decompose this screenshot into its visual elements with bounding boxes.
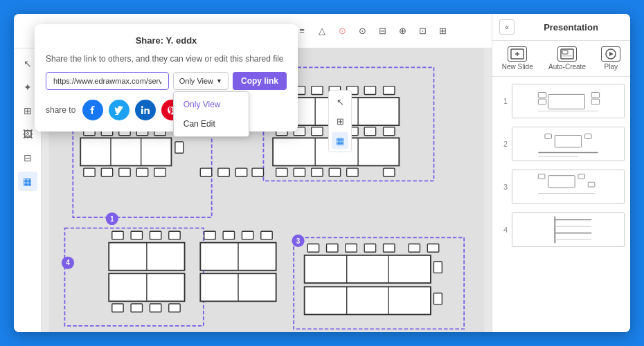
svg-rect-112 [538, 99, 546, 104]
svg-rect-56 [200, 168, 211, 176]
presentation-header: « Presentation [492, 14, 630, 41]
svg-rect-55 [384, 168, 395, 176]
svg-rect-110 [548, 94, 585, 109]
svg-rect-59 [252, 168, 263, 176]
slide-item-4[interactable]: 4 [497, 210, 626, 250]
mode-dropdown: Only View Can Edit [173, 91, 249, 137]
play-action[interactable]: Play [601, 46, 620, 71]
share-to-label: share to [46, 105, 75, 115]
svg-text:3: 3 [296, 237, 301, 245]
toolbar-fill-icon[interactable]: ⊙ [333, 22, 351, 40]
svg-rect-20 [84, 168, 95, 176]
svg-rect-113 [591, 93, 600, 98]
new-slide-action[interactable]: New Slide [502, 46, 533, 71]
svg-rect-26 [175, 142, 184, 153]
slide-thumbnail-3 [512, 170, 625, 204]
share-mode-current: Only View [179, 77, 213, 85]
svg-rect-119 [585, 134, 592, 139]
slide-thumbnail-4 [512, 212, 625, 247]
svg-rect-74 [169, 304, 180, 312]
new-slide-label: New Slide [502, 63, 533, 71]
presentation-panel: « Presentation New Slide [492, 14, 630, 332]
sidebar-present-icon[interactable]: ▦ [18, 172, 37, 191]
svg-rect-46 [384, 127, 395, 136]
share-link-input[interactable] [46, 72, 169, 90]
svg-rect-45 [364, 127, 375, 136]
svg-rect-114 [591, 99, 600, 104]
copy-link-button[interactable]: Copy link [233, 72, 287, 90]
share-mode-select: Only View ▼ Only View Can Edit [173, 72, 229, 90]
auto-create-action[interactable]: Auto-Create [548, 46, 586, 71]
svg-rect-96 [305, 286, 431, 314]
svg-rect-52 [312, 168, 323, 176]
collapse-icon[interactable]: « [499, 19, 515, 35]
svg-rect-50 [276, 168, 287, 176]
linkedin-icon[interactable] [135, 100, 156, 120]
svg-rect-128 [528, 213, 608, 246]
slide-item-1[interactable]: 1 [497, 81, 626, 121]
slide-thumbnail-1 [512, 84, 625, 118]
svg-rect-63 [112, 231, 123, 239]
sidebar-layers-icon[interactable]: ⊟ [18, 148, 37, 167]
svg-rect-36 [384, 86, 395, 95]
svg-rect-64 [131, 231, 142, 239]
share-dialog: Share: Y. eddx Share the link to others,… [35, 24, 298, 131]
facebook-icon[interactable] [82, 100, 103, 120]
svg-point-135 [141, 106, 143, 108]
presentation-actions: New Slide Auto-Create [492, 41, 630, 77]
svg-rect-42 [312, 127, 323, 136]
svg-rect-78 [261, 231, 272, 239]
editor-container: T ↱ ⬟ ⊞ ⊕ ≡ △ ⊙ ⊙ ⊟ ⊕ ⊡ ⊞ ↖ ✦ ⊞ 🖼 ⊟ ▦ [14, 14, 630, 332]
toolbar-triangle-icon[interactable]: △ [313, 22, 331, 40]
share-link-row: Only View ▼ Only View Can Edit Copy link [46, 72, 287, 90]
toolbar-line-icon[interactable]: ⊙ [353, 22, 371, 40]
slide-number-4: 4 [498, 226, 508, 234]
svg-rect-123 [548, 176, 575, 188]
minibar-cursor-icon[interactable]: ↖ [332, 93, 348, 110]
svg-rect-111 [538, 93, 546, 98]
twitter-icon[interactable] [109, 100, 129, 120]
minibar-expand-icon[interactable]: ⊞ [332, 113, 348, 129]
svg-rect-117 [555, 136, 581, 147]
svg-rect-126 [588, 182, 595, 187]
svg-rect-17 [80, 138, 171, 165]
svg-rect-32 [312, 86, 323, 95]
share-mode-button[interactable]: Only View ▼ [173, 72, 229, 90]
mini-toolbar: ↖ ⊞ ▦ [328, 90, 352, 152]
svg-rect-22 [119, 168, 130, 176]
sidebar-image-icon[interactable]: 🖼 [18, 125, 37, 144]
svg-rect-87 [327, 244, 338, 252]
slide-thumbnail-2 [512, 127, 625, 161]
svg-rect-75 [204, 231, 215, 239]
svg-rect-76 [223, 231, 234, 239]
svg-rect-66 [169, 231, 180, 239]
slide-number-1: 1 [498, 97, 508, 105]
presentation-title: Presentation [519, 22, 623, 33]
share-to-row: share to [46, 100, 287, 120]
svg-rect-65 [150, 231, 161, 239]
svg-rect-58 [235, 168, 247, 176]
play-label: Play [605, 63, 618, 71]
toolbar-fit-icon[interactable]: ⊡ [413, 22, 431, 40]
mode-option-view[interactable]: Only View [174, 95, 249, 114]
minibar-present-icon[interactable]: ▦ [332, 132, 348, 149]
slide-item-2[interactable]: 2 [497, 124, 626, 164]
svg-rect-90 [384, 244, 395, 252]
mode-option-edit[interactable]: Can Edit [174, 114, 249, 134]
svg-rect-54 [347, 168, 358, 176]
svg-rect-35 [364, 86, 375, 95]
share-dialog-description: Share the link to others, and they can v… [46, 54, 287, 64]
slide-number-3: 3 [498, 183, 508, 191]
svg-rect-51 [294, 168, 305, 176]
svg-text:1: 1 [110, 215, 114, 223]
toolbar-zoom-in-icon[interactable]: ⊕ [393, 22, 411, 40]
slide-item-3[interactable]: 3 [497, 167, 626, 207]
toolbar-zoom-out-icon[interactable]: ⊟ [373, 22, 391, 40]
svg-rect-89 [364, 244, 375, 252]
svg-rect-73 [150, 304, 161, 312]
svg-rect-23 [136, 168, 147, 176]
svg-rect-24 [154, 168, 166, 176]
svg-rect-106 [562, 55, 572, 57]
toolbar-more-icon[interactable]: ⊞ [433, 22, 451, 40]
svg-rect-134 [141, 109, 143, 114]
